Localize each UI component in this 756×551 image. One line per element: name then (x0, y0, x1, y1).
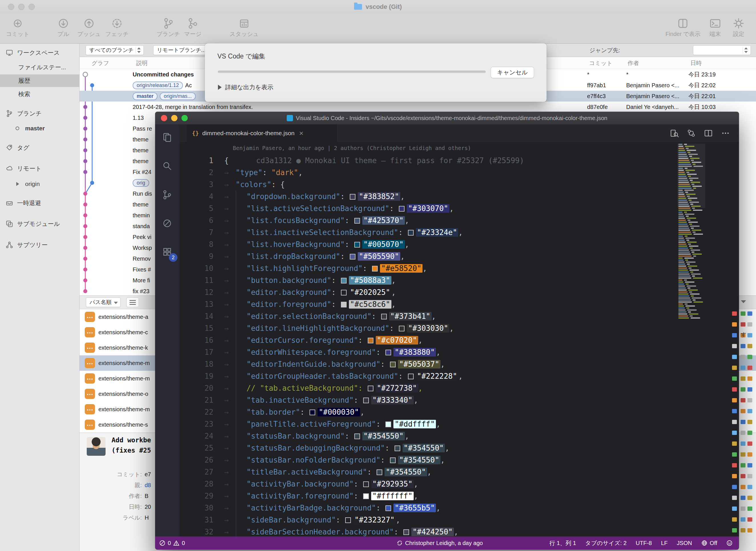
minimap-line (677, 211, 705, 213)
cancel-button[interactable]: キャンセル (491, 67, 534, 78)
terminal-button[interactable]: 端末 (709, 17, 722, 38)
color-swatch[interactable] (354, 434, 360, 439)
tab-whitespace: → (224, 526, 236, 536)
ruler-mark (732, 442, 737, 446)
sidebar-item-stashes[interactable]: 一時退避 (0, 197, 79, 209)
color-swatch[interactable] (395, 446, 400, 451)
sidebar-item-origin[interactable]: origin (0, 178, 79, 190)
collapse-chevron-icon[interactable] (741, 300, 746, 303)
telemetry-status[interactable]: Off (701, 540, 717, 546)
finder-icon (666, 17, 701, 30)
language-status[interactable]: JSON (677, 540, 692, 546)
color-swatch[interactable] (399, 326, 405, 332)
workspace-icon (5, 49, 14, 56)
color-swatch[interactable] (341, 290, 347, 296)
color-swatch[interactable] (385, 422, 391, 427)
stash-button[interactable]: スタッシュ (230, 17, 259, 38)
color-swatch[interactable] (345, 517, 351, 523)
branch-filter-select[interactable]: すべてのブランチ (86, 45, 144, 55)
sidebar-item-history[interactable]: 履歴 (0, 74, 79, 87)
color-swatch[interactable] (350, 194, 355, 200)
color-swatch[interactable] (363, 398, 369, 403)
color-swatch[interactable] (368, 386, 373, 391)
sort-order-select[interactable]: パス名順 (86, 298, 121, 307)
sidebar-item-submodules[interactable]: サブモジュール (0, 217, 79, 230)
color-swatch[interactable] (372, 266, 378, 271)
color-swatch[interactable] (341, 278, 347, 284)
color-swatch[interactable] (368, 338, 373, 344)
line-number: 2 (189, 166, 214, 178)
minimap-line (677, 259, 705, 261)
jump-select[interactable] (693, 45, 751, 55)
color-swatch[interactable] (363, 493, 369, 499)
color-value: "#354550" (385, 468, 427, 476)
column-header[interactable]: 日時 (690, 57, 702, 69)
column-header[interactable]: コミット (589, 57, 613, 69)
sidebar-item-master[interactable]: master (0, 122, 79, 135)
pull-button[interactable]: プル (57, 17, 70, 38)
code-line: 8→"list.hoverBackground": "#005070", (155, 238, 739, 250)
branch-button[interactable]: ブランチ (156, 17, 180, 38)
commit-button[interactable]: コミット (6, 17, 29, 38)
column-header[interactable]: グラフ (91, 57, 109, 69)
color-value: "#5088a3" (349, 276, 391, 285)
field-value: H (145, 512, 149, 523)
show-in-finder-button[interactable]: Finder で表示 (666, 17, 701, 38)
color-swatch[interactable] (354, 242, 360, 247)
color-swatch[interactable] (385, 505, 391, 511)
file-name: extensions/theme-m (98, 371, 150, 386)
color-swatch[interactable] (408, 374, 414, 379)
color-swatch[interactable] (377, 469, 382, 475)
branch-icon (156, 17, 180, 30)
sidebar-item-workspace[interactable]: ワークスペース (0, 46, 79, 59)
minimap[interactable] (677, 144, 705, 324)
color-swatch[interactable] (403, 529, 409, 535)
codelens-blame[interactable]: Benjamin Pasero, an hour ago | 2 authors… (233, 145, 471, 151)
color-swatch[interactable] (341, 302, 347, 308)
color-swatch[interactable] (363, 481, 369, 487)
blame-status[interactable]: Christopher Leidigh, a day ago (397, 540, 483, 546)
sidebar-item-file-status[interactable]: ファイルステー... (0, 61, 79, 74)
sidebar-item-branches[interactable]: ブランチ (0, 107, 79, 120)
editor[interactable]: Benjamin Pasero, an hour ago | 2 authors… (155, 112, 739, 536)
problems-status[interactable]: 0 0 (159, 540, 185, 546)
list-view-button[interactable] (126, 298, 139, 307)
color-value: "#354550" (403, 444, 445, 452)
color-swatch[interactable] (408, 230, 414, 235)
cursor-position-status[interactable]: 行 1、列 1 (549, 539, 576, 547)
disclosure-toggle[interactable]: 詳細な出力を表示 (218, 83, 273, 91)
code-text: →"list.dropBackground": "#505590", (224, 250, 405, 262)
sidebar-item-tags[interactable]: タグ (0, 141, 79, 154)
eol-status[interactable]: LF (661, 540, 668, 546)
tab-size-status[interactable]: タブのサイズ: 2 (585, 539, 627, 547)
fetch-button[interactable]: フェッチ (105, 17, 129, 38)
feedback-smiley[interactable] (726, 540, 733, 546)
color-swatch[interactable] (399, 206, 405, 211)
vscode-window: Visual Studio Code - Insiders ~/Gits/vsc… (155, 112, 739, 550)
sidebar-item-subtrees[interactable]: サブツリー (0, 239, 79, 251)
color-swatch[interactable] (385, 350, 391, 355)
minimap-line (677, 302, 705, 303)
history-row[interactable]: 2017-04-28, merge in translation from tr… (80, 101, 756, 112)
column-header[interactable]: 説明 (136, 57, 147, 69)
settings-button[interactable]: 設定 (732, 17, 745, 38)
color-swatch[interactable] (390, 458, 396, 463)
push-button[interactable]: プッシュ (77, 17, 101, 38)
ruler-mark (732, 431, 737, 435)
color-swatch[interactable] (381, 314, 387, 320)
color-swatch[interactable] (390, 362, 396, 367)
sidebar-item-search[interactable]: 検索 (0, 88, 79, 100)
minimap-line (677, 253, 705, 255)
fetch-icon (105, 17, 129, 30)
color-swatch[interactable] (310, 410, 315, 415)
color-swatch[interactable] (354, 218, 360, 223)
field-value[interactable]: d8 (145, 480, 151, 491)
encoding-status[interactable]: UTF-8 (636, 540, 652, 546)
color-value: "#232327" (353, 516, 396, 524)
minimap-slider[interactable] (677, 144, 705, 208)
color-swatch[interactable] (350, 254, 355, 259)
column-header[interactable]: 作者 (628, 57, 639, 69)
minimap-line (677, 316, 705, 317)
merge-button[interactable]: マージ (184, 17, 202, 38)
sidebar-item-remotes[interactable]: リモート (0, 162, 79, 175)
